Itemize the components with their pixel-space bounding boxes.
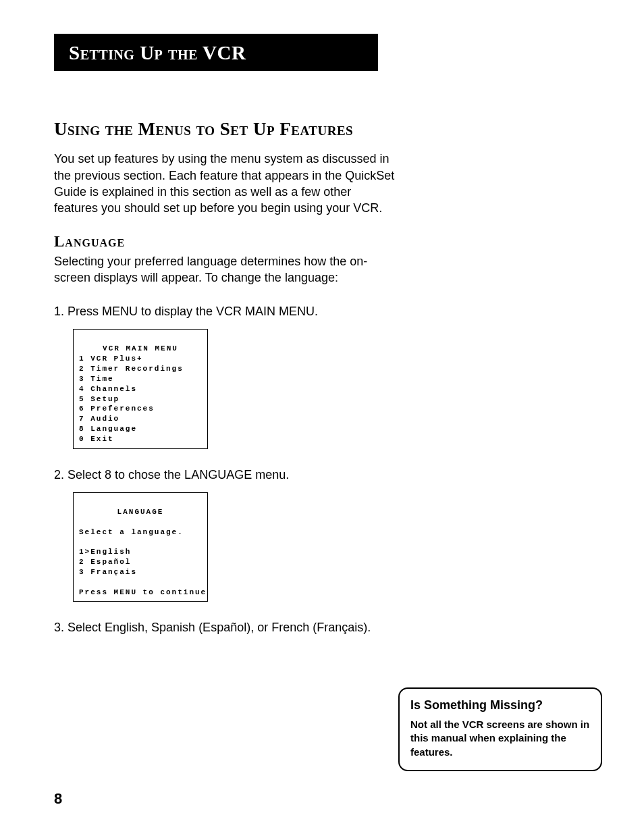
menu-item: 8 Language [79, 424, 202, 434]
menu-item: 4 Channels [79, 384, 202, 394]
menu-item: 0 Exit [79, 434, 202, 444]
screen-title: VCR MAIN MENU [79, 344, 202, 354]
step-3: 3. Select English, Spanish (Español), or… [54, 619, 398, 635]
screen-prompt: Select a language. [79, 527, 202, 538]
lang-option: 2 Español [79, 557, 202, 567]
screen-main-menu: VCR MAIN MENU1 VCR Plus+2 Timer Recordin… [73, 329, 208, 448]
menu-item: 3 Time [79, 374, 202, 384]
screen-blank [79, 577, 202, 588]
callout-body: Not all the VCR screens are shown in thi… [410, 718, 590, 759]
chapter-header-bar: Setting Up the VCR [54, 34, 378, 71]
section-heading: Using the Menus to Set Up Features [54, 118, 398, 140]
lang-option: 3 Français [79, 567, 202, 577]
screen-language-menu: LANGUAGE Select a language. 1>English2 E… [73, 492, 208, 602]
subsection-paragraph: Selecting your preferred language determ… [54, 253, 398, 286]
step-1: 1. Press MENU to display the VCR MAIN ME… [54, 303, 398, 319]
screen-footer: Press MENU to continue [79, 588, 202, 598]
screen-blank [79, 517, 202, 527]
menu-item: 7 Audio [79, 414, 202, 424]
lang-option: 1>English [79, 547, 202, 557]
screen-title: LANGUAGE [79, 507, 202, 517]
screen-blank [79, 537, 202, 547]
chapter-title: Setting Up the VCR [69, 42, 363, 64]
callout-title: Is Something Missing? [410, 698, 590, 712]
menu-item: 6 Preferences [79, 404, 202, 414]
page-number: 8 [54, 790, 62, 808]
menu-item: 2 Timer Recordings [79, 364, 202, 374]
menu-item: 5 Setup [79, 394, 202, 405]
intro-paragraph: You set up features by using the menu sy… [54, 151, 398, 216]
step-2: 2. Select 8 to chose the LANGUAGE menu. [54, 467, 398, 483]
menu-item: 1 VCR Plus+ [79, 354, 202, 364]
callout-box: Is Something Missing? Not all the VCR sc… [398, 687, 602, 771]
subsection-heading-language: Language [54, 233, 398, 251]
